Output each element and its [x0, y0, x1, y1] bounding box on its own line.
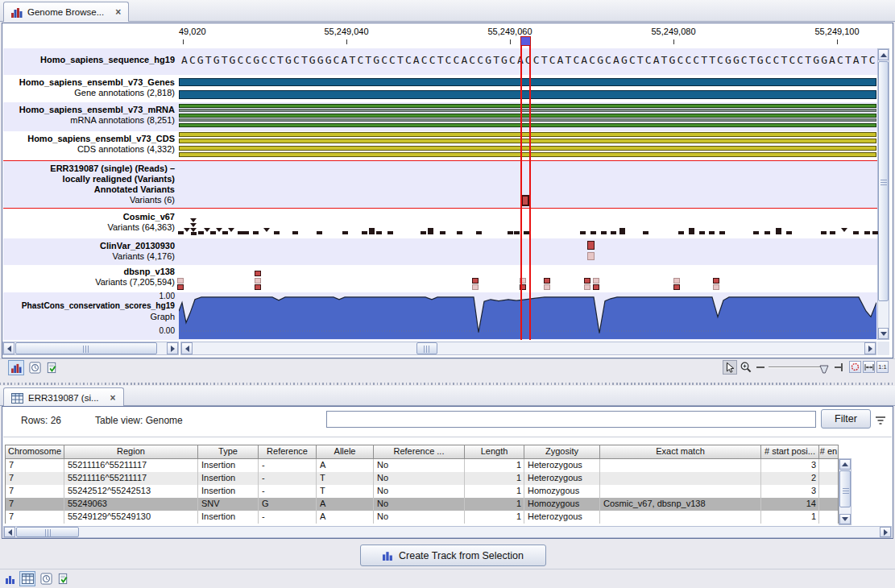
cosmic-variant-marker[interactable] [776, 228, 781, 234]
cosmic-variant-marker[interactable] [222, 231, 228, 234]
dbsnp-variant-marker[interactable] [544, 278, 550, 284]
cosmic-variant-marker[interactable] [421, 231, 426, 234]
selection-mode-button[interactable] [723, 360, 737, 375]
dbsnp-variant-marker[interactable] [673, 278, 680, 284]
cosmic-variant-marker[interactable] [753, 231, 759, 234]
dbsnp-variant-marker[interactable] [584, 278, 590, 284]
column-header-type[interactable]: Type [198, 445, 259, 459]
scrollbar-thumb[interactable] [16, 527, 79, 537]
element-info-button[interactable] [56, 572, 70, 586]
track-layout-mode-button[interactable] [8, 360, 24, 375]
cosmic-variant-marker[interactable] [184, 228, 190, 232]
cosmic-variant-marker[interactable] [190, 218, 197, 222]
column-header-zygosity[interactable]: Zygosity [524, 445, 600, 459]
dbsnp-variant-marker[interactable] [472, 278, 479, 284]
track-view-mode-button[interactable] [4, 573, 17, 586]
mrna-annotation-bar[interactable] [179, 123, 876, 127]
cosmic-variant-marker[interactable] [508, 231, 513, 234]
scroll-up-button[interactable] [878, 49, 889, 60]
cosmic-variant-marker[interactable] [643, 231, 648, 234]
create-track-button[interactable]: Create Track from Selection [360, 545, 546, 566]
cosmic-variant-marker[interactable] [853, 231, 859, 234]
dbsnp-variant-marker[interactable] [593, 278, 599, 284]
column-header-length[interactable]: Length [465, 445, 524, 459]
position-marker[interactable] [520, 36, 531, 46]
scroll-down-button[interactable] [878, 328, 889, 339]
history-view-button[interactable] [28, 361, 42, 375]
cosmic-variant-marker[interactable] [216, 228, 222, 232]
cosmic-variant-marker[interactable] [191, 232, 197, 235]
zoom-100-button[interactable]: 1:1 [876, 361, 889, 373]
cosmic-variant-marker[interactable] [709, 231, 715, 234]
clinvar-variant-marker[interactable] [587, 252, 595, 260]
dbsnp-variant-marker[interactable] [713, 284, 719, 290]
cosmic-variant-marker[interactable] [689, 228, 694, 234]
cosmic-variant-marker[interactable] [210, 231, 216, 234]
column-header-reference-[interactable]: Reference ... [374, 445, 465, 459]
zoom-in-mode-button[interactable] [739, 360, 753, 375]
cosmic-variant-marker[interactable] [228, 228, 234, 232]
dbsnp-variant-marker[interactable] [593, 284, 599, 290]
dbsnp-variant-marker[interactable] [673, 284, 680, 290]
tab-variant-table[interactable]: ERR319087 (si... × [3, 387, 124, 408]
clinvar-variant-marker[interactable] [587, 241, 595, 250]
cosmic-variant-marker[interactable] [263, 228, 270, 232]
column-header--en[interactable]: # en [819, 445, 839, 459]
table-view-mode-button[interactable] [19, 571, 35, 586]
scroll-left-button[interactable] [4, 527, 15, 537]
cosmic-variant-marker[interactable] [253, 231, 259, 234]
table-row[interactable]: 755249129^55249130Insertion-ANo1Heterozy… [6, 511, 838, 524]
cosmic-variant-marker[interactable] [841, 228, 847, 232]
cosmic-variant-marker[interactable] [786, 231, 792, 234]
cosmic-variant-marker[interactable] [864, 231, 870, 234]
scroll-up-button[interactable] [839, 459, 851, 470]
cosmic-variant-marker[interactable] [719, 231, 725, 234]
cosmic-variant-marker[interactable] [830, 231, 835, 234]
dbsnp-variant-marker[interactable] [177, 278, 184, 284]
cosmic-variant-marker[interactable] [699, 231, 705, 234]
scrollbar-thumb[interactable] [878, 61, 889, 301]
scrollbar-thumb[interactable] [416, 342, 437, 354]
cosmic-variant-marker[interactable] [821, 231, 827, 234]
close-icon[interactable]: × [115, 6, 121, 18]
cosmic-variant-marker[interactable] [243, 231, 249, 234]
cosmic-variant-marker[interactable] [198, 231, 204, 234]
scroll-left-button[interactable] [3, 342, 15, 354]
gene-annotation-bar[interactable] [179, 90, 876, 99]
zoom-slider-track[interactable] [769, 366, 825, 368]
dbsnp-variant-marker[interactable] [255, 284, 261, 290]
mrna-annotation-bar[interactable] [179, 109, 876, 112]
cosmic-variant-marker[interactable] [872, 231, 878, 234]
column-header-allele[interactable]: Allele [317, 445, 374, 459]
cosmic-variant-marker[interactable] [619, 228, 625, 234]
column-header-exact-match[interactable]: Exact match [600, 445, 761, 459]
genome-vscrollbar[interactable] [877, 48, 889, 340]
cosmic-variant-marker[interactable] [292, 231, 298, 234]
scrollbar-thumb[interactable] [839, 470, 851, 507]
cosmic-variant-marker[interactable] [362, 231, 367, 234]
column-header-chromosome[interactable]: Chromosome [6, 445, 64, 459]
scroll-right-button[interactable] [880, 527, 891, 537]
table-hscrollbar[interactable] [3, 526, 892, 538]
dbsnp-variant-marker[interactable] [713, 278, 719, 284]
cds-annotation-bar[interactable] [179, 139, 876, 143]
scroll-left-button[interactable] [181, 342, 193, 354]
filter-button[interactable]: Filter [821, 409, 871, 429]
dbsnp-variant-marker[interactable] [255, 278, 261, 284]
cosmic-variant-marker[interactable] [274, 231, 280, 234]
label-panel-hscrollbar[interactable] [2, 342, 179, 355]
scrollbar-thumb[interactable] [15, 342, 157, 354]
cosmic-variant-marker[interactable] [611, 231, 616, 234]
table-row[interactable]: 755211116^55211117Insertion-ANo1Heterozy… [6, 459, 838, 472]
cosmic-variant-marker[interactable] [440, 231, 445, 234]
cosmic-variant-marker[interactable] [317, 231, 322, 234]
cds-annotation-bar[interactable] [179, 132, 876, 137]
table-row[interactable]: 755249063SNVGANo1HomozygousCosmic_v67, d… [6, 498, 838, 511]
fit-width-button[interactable] [863, 361, 875, 373]
cosmic-variant-marker[interactable] [190, 223, 197, 227]
cosmic-variant-marker[interactable] [387, 231, 393, 234]
cosmic-variant-marker[interactable] [376, 231, 382, 234]
cosmic-variant-marker[interactable] [764, 231, 770, 234]
cosmic-variant-marker[interactable] [369, 228, 375, 234]
mrna-annotation-bar[interactable] [179, 104, 876, 108]
